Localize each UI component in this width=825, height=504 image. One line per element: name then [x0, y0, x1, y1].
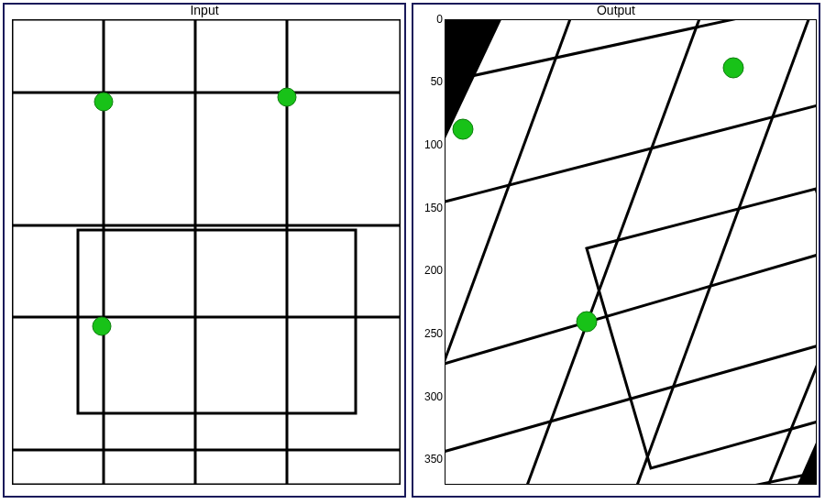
- ytick: 100: [417, 138, 443, 151]
- ytick: 350: [417, 453, 443, 466]
- point: [278, 88, 296, 106]
- point: [94, 93, 113, 111]
- ytick: 250: [417, 327, 443, 340]
- title-output: Output: [413, 3, 819, 17]
- point: [93, 317, 111, 335]
- ytick: 200: [417, 264, 443, 277]
- output-svg: [445, 19, 817, 485]
- ytick: 150: [417, 202, 443, 214]
- input-svg: [12, 19, 401, 485]
- inner-rect: [78, 230, 356, 413]
- plot-area-output: [445, 19, 817, 485]
- subplot-input: Input: [3, 3, 406, 498]
- title-input: Input: [5, 3, 404, 17]
- subplot-output: Output 0 50 100 150 200 250 300 350: [412, 3, 820, 498]
- plot-area-input: [12, 19, 401, 485]
- point: [577, 312, 597, 332]
- figure: Input: [0, 0, 825, 504]
- point: [723, 58, 743, 78]
- point: [453, 119, 473, 139]
- ytick: 50: [417, 75, 443, 88]
- ytick: 0: [417, 13, 443, 26]
- warped-image-bg: [445, 19, 817, 485]
- ytick: 300: [417, 390, 443, 403]
